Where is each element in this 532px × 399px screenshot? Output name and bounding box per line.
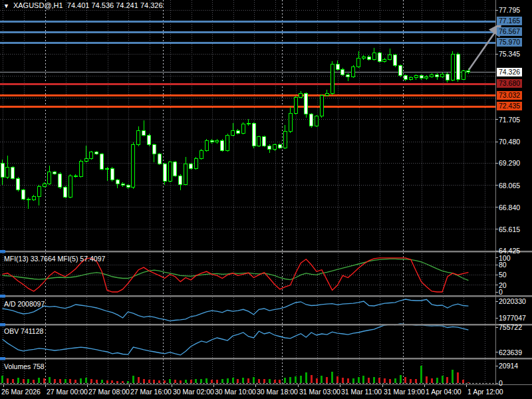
volume-bar [237,379,239,383]
volume-bar [116,381,118,383]
panel-divider[interactable] [0,295,532,297]
candle-bull [168,162,172,181]
obv-line [3,324,469,355]
volume-scale-label: 0 [499,379,503,387]
volume-bar [185,380,187,383]
time-axis-label: 27 Mar 00:00 [47,388,88,396]
volume-bar [23,379,25,383]
volume-bar [358,377,360,383]
volume-bar [404,377,406,383]
candle-bull [68,176,72,197]
price-level-label-blue: 75.970 [497,38,522,47]
candle-bear [110,168,114,180]
candle-bear [121,184,124,186]
obv-scale-label: 755722 [499,323,522,331]
volume-bar [274,380,276,383]
candle-bull [352,66,355,76]
panel-divider-grip[interactable] [0,250,5,253]
candle-bear [210,140,213,142]
volume-bar [132,376,134,383]
candle-bull [241,124,245,134]
volume-bar [38,378,40,383]
panel-divider[interactable] [0,358,532,360]
volume-bar [467,382,469,383]
candle-bear [446,74,449,80]
candle-bear [190,164,193,168]
volume-bar [7,378,9,383]
volume-bar [111,380,113,383]
panel-divider[interactable] [0,251,532,253]
candle-bear [53,172,57,174]
volume-bar [232,378,234,383]
chart-symbol-period: XAGUSD@,H1 [13,1,63,9]
candle-bull [43,184,46,186]
candle-bull [37,186,41,196]
candle-bull [383,59,386,61]
volume-bar [90,379,92,383]
candle-bull [6,168,9,178]
candle-bull [320,96,323,116]
panel-divider-grip[interactable] [0,323,5,327]
candle-bear [221,140,224,150]
candle-bull [226,135,229,150]
candle-bear [310,114,313,126]
volume-bar [96,380,98,383]
volume-bar [431,378,433,383]
candle-bull [451,54,454,80]
candle-bull [184,164,188,184]
panel-divider[interactable] [0,324,532,326]
candle-bull [283,132,287,148]
volume-bar [242,378,244,383]
volume-bar [362,376,364,383]
panel-divider-grip[interactable] [0,357,5,360]
volume-bar [1,376,3,383]
price-axis-label: 68.065 [499,182,520,190]
volume-scale-label: 20914 [499,362,518,370]
ad-indicator-label: A/D 2008097 [4,300,45,308]
price-axis-label: 71.705 [499,116,520,124]
candle-bull [388,55,392,60]
volume-bar [258,379,260,383]
candle-bull [205,140,208,150]
candle-bear [152,145,156,154]
symbol-dropdown-icon[interactable]: ▼ [3,3,9,9]
volume-bar [153,380,155,383]
volume-bar [400,375,402,383]
volume-bar [284,378,286,383]
chart-title: ▼XAGUSD@,H1 74.401 74.536 74.241 74.326 [3,1,163,9]
volume-bar [269,379,271,383]
volume-bar [289,377,291,383]
candle-bull [132,145,135,188]
candle-bull [462,71,465,79]
volume-bar [148,380,150,383]
volume-bar [331,372,333,383]
volume-bar [389,379,391,383]
panel-divider-grip[interactable] [0,295,5,298]
time-axis-label: 31 Mar 19:00 [384,388,425,396]
volume-bar [101,380,103,383]
chart-canvas[interactable] [0,0,532,399]
candle-bear [1,163,4,178]
candle-bull [425,76,428,78]
candle-bear [378,53,381,61]
volume-bar [12,379,14,383]
volume-bar [106,380,108,383]
volume-bar [384,378,386,383]
candle-bear [336,64,339,69]
volume-bar [410,379,412,383]
price-level-label-blue: 77.165 [497,17,522,25]
candle-bear [236,130,239,133]
volume-bar [85,378,87,383]
candle-bear [456,54,460,79]
volume-bar [138,377,140,383]
candle-bear [95,152,98,154]
volume-bar [227,378,229,383]
price-axis-label: 75.345 [499,50,520,58]
candle-bear [163,164,166,181]
volume-bar [190,380,192,383]
volume-bar [316,378,318,383]
candle-bear [174,162,177,176]
volume-bar [43,378,45,383]
candle-bull [299,94,303,97]
candle-bear [179,176,182,185]
